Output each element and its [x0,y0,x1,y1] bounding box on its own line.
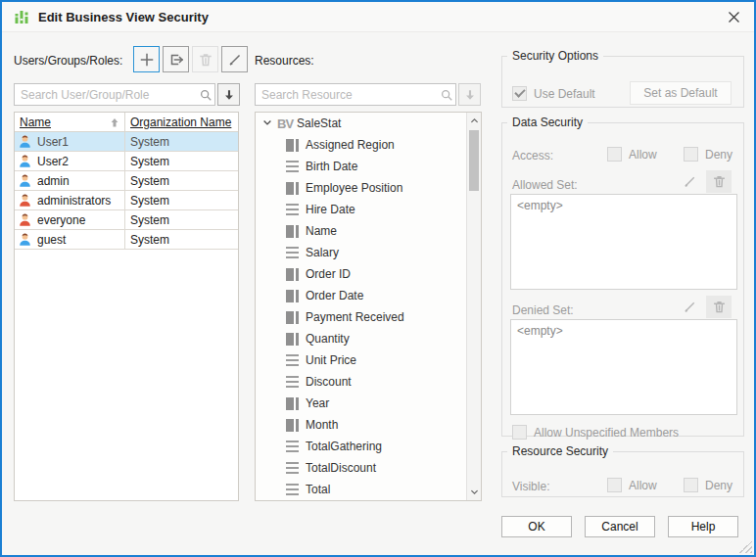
users-groups-roles-label: Users/Groups/Roles: [14,54,122,68]
tree-item[interactable]: Unit Price [256,349,481,371]
user-icon [18,134,32,149]
user-name: guest [37,233,66,247]
tree-item[interactable]: Quantity [256,328,481,349]
resources-tree: BV SaleStat Assigned Region Birth Date E… [255,112,482,501]
user-icon [18,232,32,247]
tree-item[interactable]: Month [256,414,481,436]
tree-item[interactable]: Name [256,220,481,242]
chevron-down-icon [261,116,273,131]
scrollbar-thumb[interactable] [469,130,479,191]
resource-search-input[interactable] [256,88,438,102]
allowed-set-box[interactable]: <empty> [510,194,737,290]
tree-item[interactable]: Salary [256,242,481,263]
security-options-group: Security Options Use Default Set as Defa… [501,49,744,108]
tree-item-label: Month [306,418,338,432]
tree-scrollbar[interactable] [466,113,481,500]
set-as-default-button[interactable]: Set as Default [630,81,732,105]
user-row[interactable]: admin System [15,171,238,191]
tree-item[interactable]: Payment Received [256,306,481,328]
tree-item[interactable]: Employee Position [256,177,481,199]
tree-item-label: Birth Date [306,160,357,173]
use-default-checkbox[interactable]: Use Default [512,86,595,101]
user-row[interactable]: guest System [15,230,238,250]
edit-button[interactable] [221,46,248,72]
tree-root-label: SaleStat [297,116,341,130]
tree-item[interactable]: Order ID [256,263,481,285]
user-icon [18,212,32,227]
tree-item-label: Salary [306,246,339,259]
field-icon [286,441,299,452]
tree-items: Assigned Region Birth Date Employee Posi… [256,134,481,500]
denied-set-label: Denied Set: [512,303,574,317]
add-button[interactable] [133,46,160,72]
search-icon [197,88,214,102]
user-name: User1 [37,135,69,149]
resize-grip[interactable] [739,540,752,553]
access-deny-checkbox[interactable]: Deny [684,147,732,162]
denied-set-value: <empty> [517,324,563,338]
visible-deny-checkbox[interactable]: Deny [684,478,732,492]
user-row[interactable]: everyone System [15,210,238,230]
denied-set-box[interactable]: <empty> [510,319,737,415]
user-search-input[interactable] [15,88,197,102]
tree-item[interactable]: Discount [256,371,481,393]
export-button[interactable] [163,46,189,72]
delete-button[interactable] [192,46,218,72]
user-row[interactable]: User2 System [15,152,238,171]
column-header-organization[interactable]: Organization Name [125,113,238,131]
user-name: everyone [37,213,85,227]
ok-button[interactable]: OK [501,516,572,537]
field-icon [286,290,299,302]
tree-item[interactable]: Year [256,393,481,414]
tree-item[interactable]: Assigned Region [256,134,481,156]
field-icon [286,484,299,495]
resource-security-group: Resource Security Visible: Allow Deny [501,444,744,497]
tree-item[interactable]: Order Date [256,285,481,306]
user-name: admin [37,174,70,188]
resource-search-go-button[interactable] [458,83,481,106]
scroll-down-icon[interactable] [467,485,481,499]
sort-ascending-icon [109,116,120,131]
user-row[interactable]: administrators System [15,191,238,210]
access-label: Access: [512,149,553,162]
tree-item-label: Year [306,396,329,410]
tree-item-label: Total [306,483,330,496]
user-org: System [130,135,169,149]
field-icon [286,354,299,366]
tree-item[interactable]: TotalGathering [256,436,481,457]
scroll-up-icon[interactable] [467,114,481,128]
tree-item[interactable]: Total [256,479,481,500]
tree-item-label: Hire Date [306,203,355,216]
field-icon [286,247,299,258]
tree-item-label: Employee Position [306,181,402,195]
field-icon [286,268,299,281]
access-allow-checkbox[interactable]: Allow [607,147,657,162]
close-icon[interactable] [725,8,742,25]
data-security-legend: Data Security [507,116,588,129]
user-row[interactable]: User1 System [15,132,238,152]
tree-item[interactable]: TotalDiscount [256,457,481,479]
tree-item[interactable]: Birth Date [256,156,481,177]
cancel-button[interactable]: Cancel [585,516,655,537]
field-icon [286,333,299,346]
tree-item-label: Payment Received [306,310,404,324]
tree-root-salestat[interactable]: BV SaleStat [256,113,481,134]
user-icon [18,193,32,208]
allowed-set-label: Allowed Set: [512,178,578,192]
users-table-body: User1 System User2 System [15,132,238,250]
help-button[interactable]: Help [668,516,738,537]
column-header-name[interactable]: Name [15,113,125,131]
tree-item-label: Assigned Region [306,138,395,152]
denied-set-delete-button[interactable] [706,296,732,318]
use-default-checkbox-box [512,86,527,101]
allow-unspecified-members-checkbox[interactable]: Allow Unspecified Members [512,425,679,440]
tree-item[interactable]: Hire Date [256,199,481,220]
visible-label: Visible: [512,480,549,493]
field-icon [286,311,299,324]
allowed-set-edit-button[interactable] [677,170,702,193]
denied-set-edit-button[interactable] [677,296,702,318]
users-toolbar [133,46,248,72]
visible-allow-checkbox[interactable]: Allow [607,478,657,492]
allowed-set-delete-button[interactable] [706,170,732,193]
user-search-go-button[interactable] [217,83,240,106]
